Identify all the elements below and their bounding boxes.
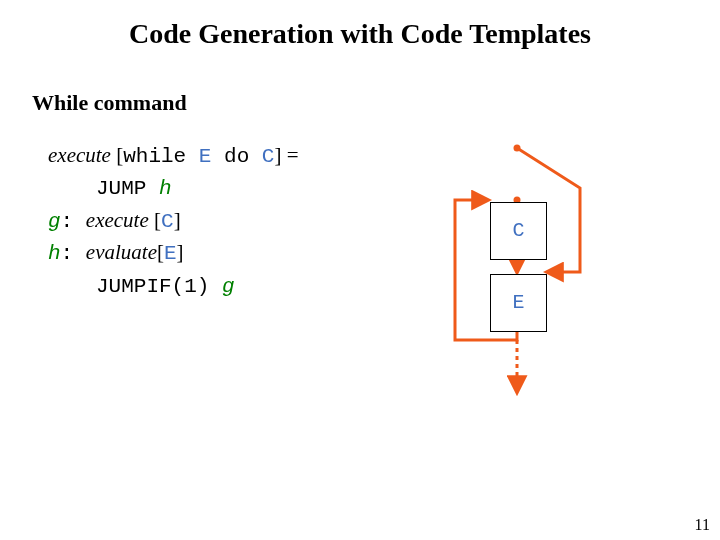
bracket-close-3: ] — [177, 240, 184, 264]
bracket-close-eq: ] = — [274, 143, 298, 167]
page-title: Code Generation with Code Templates — [0, 18, 720, 50]
template-line-g: g: execute [C] — [48, 205, 299, 237]
colon-2: : — [61, 242, 86, 265]
template-lhs: execute [while E do C] = — [48, 140, 299, 172]
flow-diagram: C E — [400, 140, 660, 400]
var-e-2: E — [164, 242, 177, 265]
var-c: C — [262, 145, 275, 168]
kw-execute: execute — [48, 143, 116, 167]
bracket-open-3: [ — [157, 240, 164, 264]
kw-while: while — [123, 145, 199, 168]
label-g-def: g — [48, 210, 61, 233]
diagram-box-e: E — [490, 274, 547, 332]
label-h-ref: h — [159, 177, 172, 200]
bracket-open-2: [ — [154, 208, 161, 232]
code-template: execute [while E do C] = JUMP h g: execu… — [48, 140, 299, 302]
bracket-close-2: ] — [174, 208, 181, 232]
var-c-2: C — [161, 210, 174, 233]
flow-svg — [400, 140, 660, 400]
kw-execute-2: execute — [86, 208, 154, 232]
instr-jumpif: JUMPIF(1) — [96, 275, 222, 298]
page-number: 11 — [695, 516, 710, 534]
var-e: E — [199, 145, 212, 168]
kw-do: do — [211, 145, 261, 168]
label-h-def: h — [48, 242, 61, 265]
slide: Code Generation with Code Templates Whil… — [0, 0, 720, 540]
colon: : — [61, 210, 86, 233]
template-line-jumpif: JUMPIF(1) g — [96, 270, 299, 302]
template-line-h: h: evaluate[E] — [48, 237, 299, 269]
instr-jump: JUMP — [96, 177, 159, 200]
section-heading: While command — [32, 90, 187, 116]
diagram-box-c: C — [490, 202, 547, 260]
label-g-ref: g — [222, 275, 235, 298]
kw-evaluate: evaluate — [86, 240, 157, 264]
template-line-jump: JUMP h — [96, 172, 299, 204]
